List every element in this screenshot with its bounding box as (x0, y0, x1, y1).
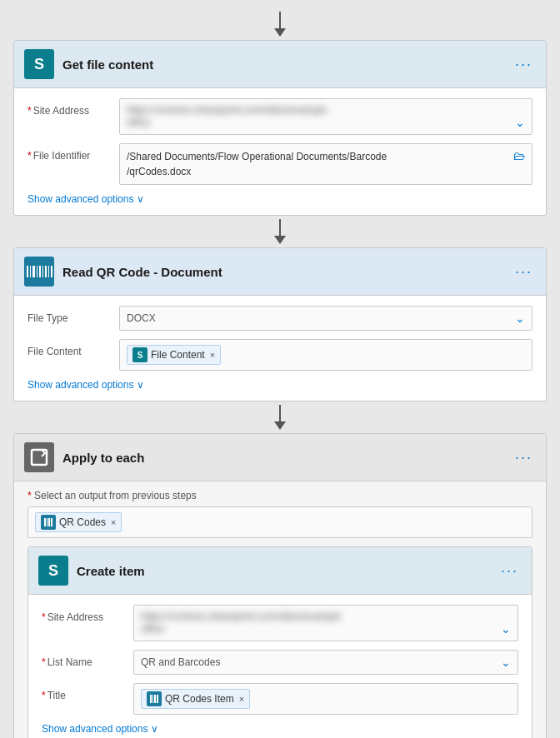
create-item-icon-letter: S (48, 562, 58, 580)
file-type-row: File Type DOCX ⌄ (28, 306, 532, 331)
qr-codes-tag: QR Codes × (35, 512, 122, 532)
create-site-address-label: *Site Address (42, 605, 133, 623)
show-advanced-chevron-icon: ∨ (137, 193, 144, 205)
file-identifier-label: *File Identifier (28, 143, 119, 162)
title-input[interactable]: QR Codes Item × (133, 683, 518, 715)
file-path: /Shared Documents/Flow Operational Docum… (127, 149, 508, 179)
file-content-tag: S File Content × (127, 345, 221, 365)
create-site-address-input[interactable]: https://contoso.sharepoint.com/sites/exa… (133, 605, 518, 641)
qr-codes-tag-label: QR Codes (59, 516, 106, 528)
apply-to-each-more-button[interactable]: ··· (512, 447, 536, 468)
svg-rect-3 (48, 518, 50, 526)
svg-rect-5 (150, 695, 152, 703)
list-name-row: *List Name QR and Barcodes ⌄ (42, 650, 518, 675)
qr-codes-tag-icon (41, 515, 56, 530)
create-item-more-button[interactable]: ··· (498, 561, 522, 581)
svg-rect-4 (51, 518, 52, 526)
read-qr-code-card: Read QR Code - Document ··· File Type DO… (13, 247, 547, 401)
create-site-addr-blurred2: office (141, 623, 164, 635)
file-content-row: File Content S File Content × (28, 339, 532, 371)
file-path-line2: /qrCodes.docx (127, 164, 508, 179)
site-address-dropdown-icon[interactable]: ⌄ (515, 116, 525, 129)
loop-icon (30, 448, 48, 466)
site-address-row: *Site Address https://contoso.sharepoint… (28, 98, 532, 135)
get-file-content-card: S Get file content ··· *Site Address htt… (13, 40, 547, 216)
create-item-icon: S (38, 556, 68, 586)
create-item-title: Create item (77, 564, 498, 578)
get-file-content-body: *Site Address https://contoso.sharepoint… (14, 88, 546, 215)
svg-rect-2 (47, 518, 48, 526)
file-identifier-input[interactable]: /Shared Documents/Flow Operational Docum… (119, 143, 532, 185)
title-tag-label: QR Codes Item (165, 693, 234, 705)
output-select-box[interactable]: QR Codes × (28, 506, 532, 538)
create-site-addr-blurred1: https://contoso.sharepoint.com/sites/exa… (141, 611, 341, 622)
title-tag-close[interactable]: × (239, 694, 244, 704)
site-address-blurred2: office (127, 117, 150, 128)
create-site-addr-dropdown-icon[interactable]: ⌄ (501, 622, 511, 636)
apply-to-each-title: Apply to each (62, 451, 512, 465)
create-item-card: S Create item ··· *Site Address https://… (28, 546, 532, 738)
file-type-label: File Type (28, 306, 119, 324)
file-type-select[interactable]: DOCX ⌄ (119, 306, 532, 331)
svg-rect-6 (152, 695, 153, 703)
title-barcode-icon (149, 694, 159, 704)
read-qr-code-title: Read QR Code - Document (62, 265, 512, 279)
file-path-line1: /Shared Documents/Flow Operational Docum… (127, 149, 508, 164)
file-content-tag-label: File Content (151, 349, 205, 361)
get-file-content-more-button[interactable]: ··· (512, 54, 536, 75)
connector-1 (13, 219, 547, 244)
svg-rect-7 (154, 695, 156, 703)
title-row: *Title QR C (42, 683, 518, 715)
read-qr-code-icon (24, 257, 54, 287)
barcode-icon-lines (27, 266, 52, 277)
list-name-value: QR and Barcodes (141, 656, 220, 668)
get-file-content-header: S Get file content ··· (14, 41, 546, 88)
create-item-header: S Create item ··· (28, 547, 532, 595)
apply-to-each-icon (24, 442, 54, 472)
read-qr-show-advanced-chevron-icon: ∨ (137, 379, 144, 391)
read-qr-code-show-advanced[interactable]: Show advanced options ∨ (28, 379, 532, 391)
file-type-value: DOCX (127, 312, 156, 324)
apply-to-each-body: * Select an output from previous steps Q… (14, 481, 546, 738)
get-file-content-title: Get file content (62, 57, 512, 72)
create-item-show-advanced[interactable]: Show advanced options ∨ (42, 723, 518, 735)
svg-rect-1 (44, 518, 46, 526)
read-qr-code-header: Read QR Code - Document ··· (14, 248, 546, 296)
list-name-select[interactable]: QR and Barcodes ⌄ (133, 650, 518, 675)
svg-rect-8 (157, 695, 158, 703)
site-address-label: *Site Address (28, 98, 119, 117)
file-identifier-row: *File Identifier /Shared Documents/Flow … (28, 143, 532, 185)
apply-to-each-card: Apply to each ··· * Select an output fro… (13, 433, 547, 738)
browse-icon[interactable]: 🗁 (513, 149, 525, 162)
list-name-label: *List Name (42, 650, 133, 668)
apply-to-each-header: Apply to each ··· (14, 434, 546, 481)
file-type-dropdown-icon: ⌄ (515, 312, 525, 325)
connector-2 (13, 405, 547, 430)
title-tag-icon (147, 691, 162, 706)
title-tag: QR Codes Item × (141, 689, 250, 709)
list-name-dropdown-icon: ⌄ (501, 656, 511, 669)
output-select-label: * Select an output from previous steps (28, 490, 532, 501)
site-address-input[interactable]: https://contoso.sharepoint.com/sites/exa… (119, 98, 532, 135)
create-item-show-advanced-chevron-icon: ∨ (151, 723, 158, 735)
top-connector (13, 12, 547, 37)
file-content-tag-close[interactable]: × (210, 350, 215, 360)
title-label: *Title (42, 683, 133, 701)
qr-codes-tag-close[interactable]: × (111, 517, 116, 527)
create-site-address-row: *Site Address https://contoso.sharepoint… (42, 605, 518, 641)
site-address-blurred: https://contoso.sharepoint.com/sites/exa… (127, 104, 327, 116)
get-file-content-show-advanced[interactable]: Show advanced options ∨ (28, 193, 532, 205)
read-qr-code-body: File Type DOCX ⌄ File Content S File Con… (14, 296, 546, 401)
get-file-content-icon: S (24, 49, 54, 79)
sharepoint-icon-letter: S (34, 56, 44, 73)
barcode-tag-icon (43, 517, 53, 527)
file-content-tag-icon: S (132, 347, 148, 362)
read-qr-code-more-button[interactable]: ··· (512, 262, 536, 282)
file-content-input[interactable]: S File Content × (119, 339, 532, 371)
create-item-body: *Site Address https://contoso.sharepoint… (28, 595, 532, 738)
file-content-label: File Content (28, 339, 119, 357)
